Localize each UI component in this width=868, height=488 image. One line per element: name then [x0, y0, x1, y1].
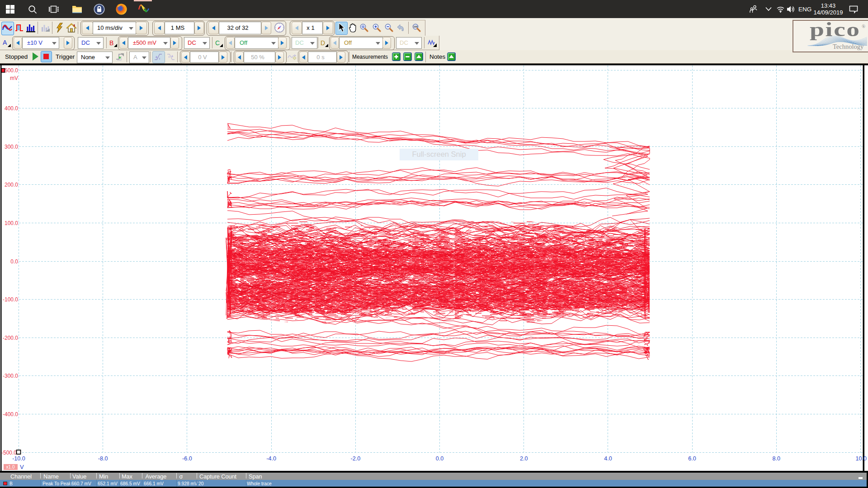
- svg-text:500.0: 500.0: [5, 67, 18, 74]
- svg-text:-400.0: -400.0: [3, 411, 18, 418]
- svg-text:200.0: 200.0: [5, 182, 18, 188]
- svg-text:mV: mV: [10, 75, 18, 81]
- svg-text:300.0: 300.0: [5, 144, 18, 150]
- svg-text:10.0: 10.0: [855, 455, 867, 462]
- svg-text:8.0: 8.0: [773, 455, 781, 462]
- svg-text:6.0: 6.0: [688, 455, 696, 462]
- svg-text:400.0: 400.0: [5, 105, 18, 112]
- svg-text:Full-screen Snip: Full-screen Snip: [412, 150, 466, 158]
- svg-text:-2.0: -2.0: [350, 455, 360, 462]
- svg-text:-100.0: -100.0: [3, 296, 18, 303]
- svg-text:-4.0: -4.0: [266, 455, 276, 462]
- svg-text:0.0: 0.0: [436, 455, 444, 462]
- svg-text:4.0: 4.0: [604, 455, 612, 462]
- svg-text:-500.0: -500.0: [1, 450, 17, 456]
- svg-text:-10.0: -10.0: [12, 455, 25, 462]
- svg-text:x1.0: x1.0: [6, 465, 15, 469]
- svg-text:100.0: 100.0: [5, 220, 18, 226]
- svg-text:V: V: [20, 464, 24, 470]
- svg-text:-8.0: -8.0: [98, 455, 108, 462]
- svg-text:-6.0: -6.0: [182, 455, 192, 462]
- svg-text:-300.0: -300.0: [3, 373, 18, 379]
- svg-text:2.0: 2.0: [520, 455, 528, 462]
- svg-text:0.0: 0.0: [10, 258, 18, 265]
- svg-text:-200.0: -200.0: [3, 335, 18, 341]
- svg-text:100: 100: [413, 25, 417, 28]
